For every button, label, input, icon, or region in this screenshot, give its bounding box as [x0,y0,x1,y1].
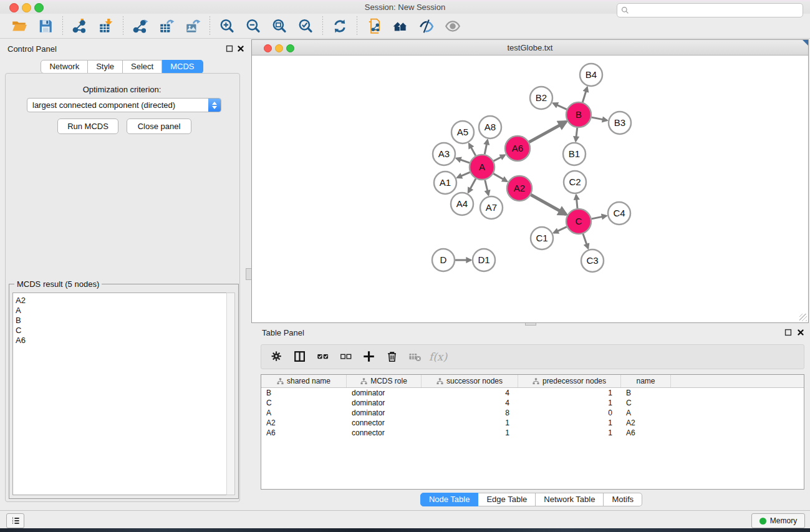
node-B3[interactable]: B3 [609,112,631,134]
export-image-icon[interactable] [180,16,206,37]
edge-B-B1[interactable] [576,128,577,141]
table-row[interactable]: A2connector11A2 [261,418,804,428]
run-mcds-button[interactable]: Run MCDS [57,118,118,134]
node-C1[interactable]: C1 [531,227,553,249]
node-A7[interactable]: A7 [480,196,503,219]
deselect-all-icon[interactable] [334,347,357,367]
import-table-icon[interactable] [93,16,119,37]
edge-A-A3[interactable] [456,158,470,163]
task-history-button[interactable] [6,513,24,528]
export-table-icon[interactable] [153,16,180,37]
table-cell[interactable]: dominator [347,408,422,418]
table-float-panel-icon[interactable] [783,327,793,337]
split-columns-icon[interactable] [288,347,311,367]
node-A[interactable]: A [470,155,494,180]
tab-edge-table[interactable]: Edge Table [478,493,536,506]
node-B4[interactable]: B4 [580,64,602,86]
import-network-icon[interactable] [67,16,93,37]
table-cell[interactable]: 8 [422,408,518,418]
tab-network[interactable]: Network [41,60,88,74]
node-A4[interactable]: A4 [451,193,473,215]
node-A8[interactable]: A8 [479,116,501,138]
network-window-titlebar[interactable]: testGlobe.txt [252,40,808,56]
edge-A-A1[interactable] [457,172,470,178]
table-cell[interactable]: dominator [347,388,422,398]
edge-A2-C[interactable] [531,195,566,215]
column-header-name[interactable]: name [621,375,671,387]
table-cell[interactable]: 4 [422,398,518,408]
optimization-criterion-select[interactable]: largest connected component (directed) [27,98,221,112]
edge-B-B4[interactable] [582,87,587,102]
network-graph-canvas[interactable]: AA6A2BCA1A3A4A5A7A8B1B2B3B4C1C2C3C4DD1 [252,55,808,322]
node-D1[interactable]: D1 [473,249,495,271]
table-cell[interactable]: 1 [518,418,621,428]
table-cell[interactable]: 1 [518,388,621,398]
tab-motifs[interactable]: Motifs [604,493,642,506]
edge-C-C4[interactable] [592,216,607,219]
export-network-icon[interactable] [127,16,153,37]
select-all-icon[interactable] [311,347,334,367]
result-item[interactable]: C [16,326,227,336]
edge-A-A8[interactable] [485,140,488,155]
table-cell[interactable]: 1 [518,398,621,408]
table-cell[interactable]: 4 [422,388,518,398]
node-A5[interactable]: A5 [451,121,474,143]
zoom-in-icon[interactable] [214,16,240,37]
tab-network-table[interactable]: Network Table [536,493,604,506]
node-A6[interactable]: A6 [505,136,530,161]
edge-A-A6[interactable] [494,155,505,162]
close-panel-button[interactable]: Close panel [127,118,191,134]
add-column-icon[interactable] [357,347,380,367]
node-A2[interactable]: A2 [507,176,532,201]
edge-A6-B[interactable] [529,122,566,142]
table-cell[interactable]: A6 [261,428,347,438]
refresh-view-icon[interactable] [327,16,353,37]
table-cell[interactable]: A [621,408,671,418]
table-cell[interactable]: connector [347,418,422,428]
zoom-selected-icon[interactable] [292,16,319,37]
save-session-icon[interactable] [32,16,59,37]
column-header-predecessor-nodes[interactable]: predecessor nodes [518,375,621,387]
open-file-icon[interactable] [6,16,32,37]
node-C4[interactable]: C4 [608,202,630,225]
edge-B-B3[interactable] [592,117,607,120]
tab-style[interactable]: Style [88,60,123,74]
table-cell[interactable]: connector [347,428,422,438]
edge-A-A2[interactable] [493,173,507,181]
tab-select[interactable]: Select [123,60,162,74]
table-close-panel-icon[interactable] [796,327,806,337]
table-cell[interactable]: 1 [422,428,518,438]
table-cell[interactable]: A2 [621,418,671,428]
mcds-result-list[interactable]: A2ABCA6 [12,293,228,495]
zoom-out-icon[interactable] [240,16,266,37]
node-C[interactable]: C [566,209,591,234]
node-A1[interactable]: A1 [434,172,456,194]
node-B[interactable]: B [566,102,591,127]
table-cell[interactable]: dominator [347,398,422,408]
table-row[interactable]: Cdominator41C [261,398,804,408]
result-scrollbar[interactable] [226,293,235,495]
close-panel-icon[interactable] [236,44,246,54]
node-A3[interactable]: A3 [433,143,455,165]
float-panel-icon[interactable] [224,44,234,54]
table-cell[interactable]: 0 [518,408,621,418]
search-input[interactable] [629,6,803,16]
edge-C-C2[interactable] [576,195,577,208]
edge-C-C3[interactable] [583,234,588,248]
table-row[interactable]: Bdominator41B [261,388,804,398]
node-C3[interactable]: C3 [581,249,604,272]
hide-graphics-details-icon[interactable] [413,16,440,37]
table-cell[interactable]: 1 [422,418,518,428]
table-cell[interactable]: C [621,398,671,408]
table-cell[interactable]: 1 [518,428,621,438]
home-icon[interactable] [387,16,413,37]
table-row[interactable]: A6connector11A6 [261,428,804,438]
table-cell[interactable]: A [261,408,347,418]
node-B2[interactable]: B2 [530,87,552,109]
node-C2[interactable]: C2 [564,171,586,193]
node-D[interactable]: D [432,249,455,271]
result-item[interactable]: A6 [16,336,227,346]
table-cell[interactable]: A2 [261,418,347,428]
settings-icon[interactable] [265,347,288,367]
table-cell[interactable]: C [261,398,347,408]
